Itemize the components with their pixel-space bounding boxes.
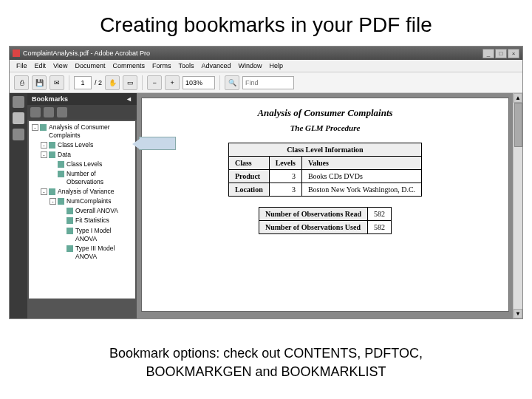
table-caption: Class Level Information xyxy=(228,143,421,157)
bookmark-icon xyxy=(66,245,73,252)
bookmarks-panel: Bookmarks ◄ -Analysis of Consumer Compla… xyxy=(27,93,137,318)
tree-toggle-icon[interactable]: - xyxy=(50,198,56,205)
bookmark-label: Class Levels xyxy=(66,160,102,168)
tree-toggle-icon[interactable]: - xyxy=(32,124,38,131)
zoom-input[interactable] xyxy=(183,76,215,89)
bookmark-label: Data xyxy=(58,151,71,159)
find-icon[interactable]: 🔍 xyxy=(225,75,239,90)
pages-icon[interactable] xyxy=(13,96,24,108)
menu-help[interactable]: Help xyxy=(266,62,287,69)
cell: Number of Observations Used xyxy=(259,221,367,234)
bookmark-label: NumComplaints xyxy=(66,197,111,205)
window-title: ComplaintAnalysis.pdf - Adobe Acrobat Pr… xyxy=(23,50,482,57)
save-icon[interactable]: 💾 xyxy=(32,75,47,90)
mail-icon[interactable]: ✉ xyxy=(50,75,64,90)
cell: Books CDs DVDs xyxy=(301,170,421,183)
page-total: / 2 xyxy=(95,79,102,86)
menu-window[interactable]: Window xyxy=(234,62,265,69)
scroll-thumb[interactable] xyxy=(514,103,522,147)
menu-tools[interactable]: Tools xyxy=(174,62,197,69)
vertical-scrollbar[interactable]: ▲ ▼ xyxy=(513,93,522,318)
bookmark-tree: -Analysis of Consumer Complaints-Class L… xyxy=(29,121,135,299)
bookmark-icon xyxy=(66,228,73,234)
bookmark-icon xyxy=(49,142,55,149)
bookmark-label: Type III Model ANOVA xyxy=(75,245,134,261)
bookmark-label: Overall ANOVA xyxy=(75,207,118,215)
bookmark-label: Analysis of Variance xyxy=(58,188,114,196)
table-row: Product 3 Books CDs DVDs xyxy=(228,170,421,183)
new-bookmark-icon[interactable] xyxy=(30,107,41,117)
bookmark-icon xyxy=(40,124,47,131)
bookmark-icon xyxy=(49,151,55,158)
separator xyxy=(69,75,69,90)
panel-tools xyxy=(27,105,137,120)
observations-table: Number of Observations Read 582 Number o… xyxy=(259,207,392,234)
bookmark-item[interactable]: -NumComplaints xyxy=(30,197,134,206)
bookmark-icon xyxy=(58,161,64,168)
table-row: Number of Observations Used 582 xyxy=(259,221,391,234)
titlebar: ComplaintAnalysis.pdf - Adobe Acrobat Pr… xyxy=(10,47,522,60)
cell: Boston New York Washington, D.C. xyxy=(301,183,421,197)
maximize-button[interactable]: □ xyxy=(495,49,507,58)
workspace: Bookmarks ◄ -Analysis of Consumer Compla… xyxy=(10,93,522,318)
bookmark-item[interactable]: -Class Levels xyxy=(30,140,134,150)
col-header: Class xyxy=(228,157,269,170)
panel-close-icon[interactable]: ◄ xyxy=(126,95,132,103)
options-icon[interactable] xyxy=(57,107,67,117)
separator xyxy=(219,75,220,90)
footer-line1: Bookmark options: check out CONTENTS, PD… xyxy=(0,344,532,363)
scroll-down-icon[interactable]: ▼ xyxy=(514,309,522,318)
tree-toggle-icon[interactable]: - xyxy=(41,142,47,149)
scroll-up-icon[interactable]: ▲ xyxy=(514,93,522,103)
bookmark-label: Fit Statistics xyxy=(75,216,109,225)
menu-edit[interactable]: Edit xyxy=(31,62,50,69)
bookmark-label: Number of Observations xyxy=(66,170,134,186)
menu-file[interactable]: File xyxy=(13,62,31,69)
bookmark-item[interactable]: Type III Model ANOVA xyxy=(30,244,134,262)
menu-advanced[interactable]: Advanced xyxy=(197,62,234,69)
close-button[interactable]: × xyxy=(508,49,519,58)
bookmark-item[interactable]: Number of Observations xyxy=(30,169,134,187)
bookmark-icon xyxy=(49,188,55,195)
bookmark-item[interactable]: -Analysis of Consumer Complaints xyxy=(30,123,134,140)
slide-title: Creating bookmarks in your PDF file xyxy=(0,0,532,46)
page-input[interactable] xyxy=(74,76,92,89)
bookmark-item[interactable]: Class Levels xyxy=(30,160,134,169)
bookmark-item[interactable]: Overall ANOVA xyxy=(30,206,134,216)
attachments-icon[interactable] xyxy=(13,129,24,140)
bookmark-item[interactable]: Fit Statistics xyxy=(30,216,134,225)
tree-toggle-icon[interactable]: - xyxy=(41,151,47,158)
bookmark-icon xyxy=(58,198,64,205)
bookmark-item[interactable]: -Analysis of Variance xyxy=(30,187,134,197)
table-row: Number of Observations Read 582 xyxy=(259,208,391,221)
bookmark-label: Class Levels xyxy=(58,141,93,149)
toolbar: ⎙ 💾 ✉ / 2 ✋ ▭ − + 🔍 xyxy=(10,72,522,93)
minimize-button[interactable]: _ xyxy=(482,49,494,58)
window-controls: _ □ × xyxy=(482,49,519,58)
cell: Location xyxy=(228,183,269,197)
select-tool-icon[interactable]: ▭ xyxy=(123,75,137,90)
tree-toggle-icon[interactable]: - xyxy=(41,188,47,195)
cell: 3 xyxy=(269,183,301,197)
panel-header: Bookmarks ◄ xyxy=(27,93,137,105)
find-input[interactable] xyxy=(242,76,294,89)
zoom-out-icon[interactable]: − xyxy=(147,75,162,90)
bookmark-item[interactable]: Type I Model ANOVA xyxy=(30,226,134,244)
print-icon[interactable]: ⎙ xyxy=(14,75,29,90)
separator xyxy=(142,75,143,90)
menu-comments[interactable]: Comments xyxy=(109,62,149,69)
zoom-in-icon[interactable]: + xyxy=(165,75,180,90)
bookmark-item[interactable]: -Data xyxy=(30,150,134,160)
bookmark-label: Type I Model ANOVA xyxy=(75,227,134,243)
menu-forms[interactable]: Forms xyxy=(149,62,175,69)
hand-tool-icon[interactable]: ✋ xyxy=(105,75,120,90)
delete-bookmark-icon[interactable] xyxy=(44,107,54,117)
menu-view[interactable]: View xyxy=(50,62,71,69)
bookmarks-icon[interactable] xyxy=(13,112,24,124)
bookmark-icon xyxy=(66,208,73,214)
panel-title: Bookmarks xyxy=(32,95,68,103)
sidebar: Bookmarks ◄ -Analysis of Consumer Compla… xyxy=(10,93,137,318)
menu-document[interactable]: Document xyxy=(71,62,109,69)
bookmark-label: Analysis of Consumer Complaints xyxy=(49,123,134,140)
col-header: Values xyxy=(301,157,421,170)
